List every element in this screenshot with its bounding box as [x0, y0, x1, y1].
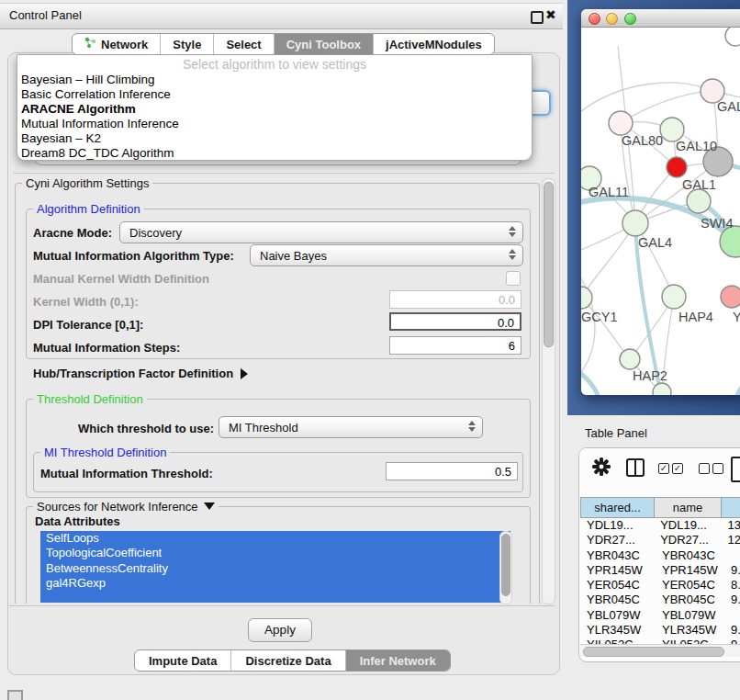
dpi-tolerance-field[interactable]: 0.0 [389, 312, 521, 331]
table-row[interactable]: YER054CYER054C8. [580, 578, 740, 593]
table-cell: YLR345W [657, 623, 724, 638]
checked-checkbox-icon[interactable]: ✓ [658, 463, 669, 474]
table-row[interactable]: YBR043CYBR043C [580, 548, 740, 563]
aracne-mode-combo[interactable]: Discovery [119, 221, 523, 243]
network-canvas[interactable]: GALGAL80GAL10GAL11GAL1SWI4GAL4GCY1HAP4YH… [581, 28, 740, 395]
minimized-panel-icon[interactable] [7, 690, 23, 700]
network-edge[interactable] [581, 298, 630, 359]
control-panel-tabbar: Network Style Select Cyni Toolbox jActiv… [72, 33, 495, 55]
tab-infer-network[interactable]: Infer Network [345, 650, 450, 671]
network-node[interactable] [687, 189, 711, 213]
which-threshold-combo[interactable]: MI Threshold [219, 416, 483, 438]
network-node[interactable] [622, 210, 648, 236]
tab-network[interactable]: Network [73, 34, 160, 54]
apply-button[interactable]: Apply [248, 618, 312, 642]
settings-scrollbar-track[interactable] [542, 178, 555, 604]
kernel-width-label: Kernel Width (0,1): [33, 295, 139, 309]
checked-checkbox-icon[interactable]: ✓ [672, 463, 683, 474]
network-edge[interactable] [581, 83, 712, 115]
settings-scrollbar-thumb[interactable] [544, 182, 554, 347]
network-node[interactable] [581, 287, 592, 309]
table-cell: YER054C [657, 578, 724, 593]
table-row[interactable]: YDL19...YDL19...13 [580, 518, 740, 533]
algorithm-list-item[interactable]: Bayesian – Hill Climbing [17, 73, 532, 87]
network-window-titlebar[interactable] [581, 9, 740, 28]
network-edge[interactable] [581, 223, 635, 298]
network-graph[interactable]: GALGAL80GAL10GAL11GAL1SWI4GAL4GCY1HAP4YH… [581, 28, 740, 395]
data-attribute-item[interactable]: SelfLoops [40, 531, 510, 546]
stepper-arrows-icon [468, 421, 476, 432]
control-panel-title: Control Panel [9, 8, 82, 22]
minimize-traffic-light-icon[interactable] [606, 13, 618, 25]
tab-jactivemnodules[interactable]: jActiveMNodules [373, 34, 494, 54]
algorithm-list-item[interactable]: Basic Correlation Inference [17, 87, 532, 102]
network-node[interactable] [609, 111, 633, 135]
mi-steps-field[interactable]: 6 [389, 336, 521, 355]
table-cell: YDR27... [580, 533, 656, 548]
column-header-shared-name[interactable]: shared... [580, 497, 655, 518]
data-attribute-item[interactable]: TopologicalCoefficient [40, 546, 510, 560]
split-columns-icon[interactable] [626, 458, 645, 477]
table-cell [724, 548, 731, 563]
threshold-definition-title: Threshold Definition [33, 392, 147, 406]
network-node-label: GAL80 [622, 133, 663, 148]
which-threshold-label: Which threshold to use: [78, 422, 214, 435]
mi-threshold-label: Mutual Information Threshold: [40, 467, 213, 480]
algorithm-list-item[interactable]: ARACNE Algorithm [17, 102, 532, 117]
network-node[interactable] [721, 286, 740, 308]
algorithm-list-item[interactable]: Mutual Information Inference [17, 117, 532, 131]
sources-group-title[interactable]: Sources for Network Inference [33, 500, 219, 514]
network-node[interactable] [725, 28, 740, 46]
control-panel-titlebar [0, 3, 563, 29]
network-edge-highlighted[interactable] [581, 367, 602, 395]
network-node[interactable] [620, 349, 640, 369]
float-window-icon[interactable] [531, 11, 544, 24]
attributes-scrollbar-thumb[interactable] [501, 534, 510, 596]
hub-transcription-expander[interactable]: Hub/Transcription Factor Definition [33, 367, 248, 380]
table-row[interactable]: YPR145WYPR145W9. [580, 563, 740, 578]
manual-kernel-width-checkbox[interactable] [506, 271, 521, 286]
table-toolbar: ✓ ✓ [579, 448, 740, 496]
network-node[interactable] [653, 383, 671, 395]
table-hscrollbar-thumb[interactable] [583, 647, 724, 657]
network-node-label: GCY1 [581, 310, 618, 324]
unchecked-checkbox-icon[interactable] [699, 463, 710, 474]
gear-icon[interactable] [591, 457, 611, 480]
table-hscrollbar-track[interactable] [580, 644, 740, 657]
column-header-name[interactable]: name [655, 497, 722, 518]
algorithm-list-item[interactable]: Dream8 DC_TDC Algorithm [17, 146, 532, 161]
mi-threshold-field[interactable]: 0.5 [386, 462, 518, 480]
data-attributes-list[interactable]: SelfLoopsTopologicalCoefficientBetweenne… [40, 531, 510, 603]
kernel-width-field[interactable]: 0.0 [389, 290, 521, 309]
network-view-window[interactable]: GALGAL80GAL10GAL11GAL1SWI4GAL4GCY1HAP4YH… [581, 9, 740, 395]
table-row[interactable]: YBL079WYBL079W [580, 608, 740, 623]
network-node-label: GAL [717, 99, 740, 114]
data-attribute-item[interactable]: BetweennessCentrality [40, 561, 510, 576]
column-header-partial[interactable] [722, 497, 740, 518]
table-cell: 9. [724, 623, 740, 638]
close-icon[interactable]: ✖ [545, 7, 556, 22]
mi-algorithm-type-combo[interactable]: Naive Bayes [250, 244, 523, 266]
data-attribute-item[interactable]: gal4RGexp [40, 576, 510, 591]
network-edge-highlighted[interactable] [726, 349, 740, 395]
unchecked-checkbox-icon[interactable] [712, 463, 723, 474]
section-divider [13, 173, 555, 174]
table-header-row: shared... name [580, 497, 740, 518]
tab-impute-data[interactable]: Impute Data [135, 650, 230, 671]
network-node[interactable] [662, 285, 686, 309]
page-icon[interactable] [731, 457, 740, 482]
tab-cyni-toolbox[interactable]: Cyni Toolbox [274, 34, 373, 54]
attributes-scrollbar-track[interactable] [499, 531, 512, 604]
zoom-traffic-light-icon[interactable] [624, 13, 636, 25]
table-row[interactable]: YBR045CYBR045C9. [580, 593, 740, 607]
tab-select[interactable]: Select [213, 34, 273, 54]
table-row[interactable]: YDR27...YDR27...12 [580, 533, 740, 548]
close-traffic-light-icon[interactable] [589, 13, 600, 25]
table-row[interactable]: YLR345WYLR345W9. [580, 623, 740, 638]
tab-discretize-data[interactable]: Discretize Data [230, 650, 344, 671]
tab-style[interactable]: Style [160, 34, 213, 54]
network-node[interactable] [667, 157, 687, 177]
table-cell: YBR043C [580, 548, 657, 563]
table-cell: YPR145W [580, 563, 657, 578]
algorithm-list-item[interactable]: Bayesian – K2 [17, 131, 532, 146]
